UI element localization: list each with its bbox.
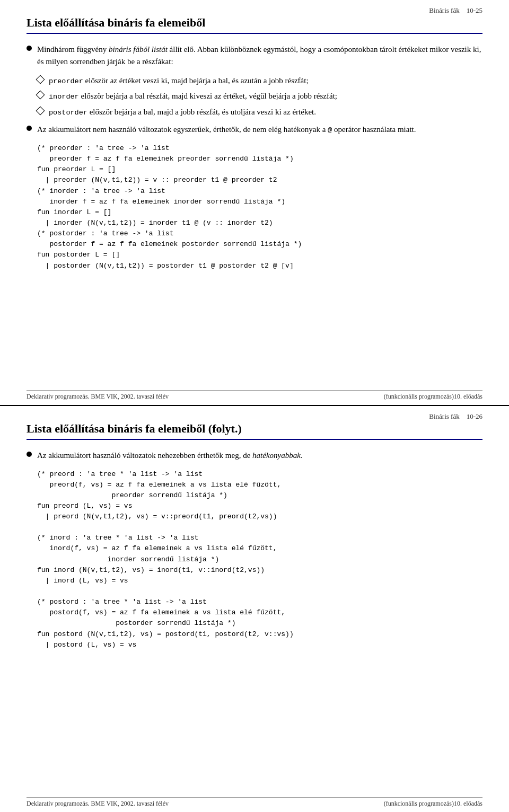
slide-1-header: Bináris fák 10-25 xyxy=(429,6,482,15)
main-bullet-1: Mindhárom függvény bináris fából listát … xyxy=(27,43,482,67)
slide-2-title: Lista előállítása bináris fa elemeiből (… xyxy=(27,422,482,440)
sub-bullet-postorder-text: postorder először bejárja a bal, majd a … xyxy=(49,106,482,118)
sub-bullet-inorder: inorder először bejárja a bal részfát, m… xyxy=(37,90,482,102)
slide-2: Bináris fák 10-26 Lista előállítása biná… xyxy=(0,406,509,812)
diamond-icon-1 xyxy=(36,75,45,84)
main-bullet-2-text: Az akkumulátort nem használó változatok … xyxy=(37,123,482,136)
bullet-icon-1 xyxy=(27,46,32,51)
slide-1-title: Lista előállítása bináris fa elemeiből xyxy=(27,16,482,34)
slide-2-footer-left: Deklaratív programozás. BME VIK, 2002. t… xyxy=(27,800,169,808)
slide-1-footer-left: Deklaratív programozás. BME VIK, 2002. t… xyxy=(27,393,169,401)
slide-2-intro-text: Az akkumulátort használó változatok nehe… xyxy=(37,449,482,462)
page: Bináris fák 10-25 Lista előállítása biná… xyxy=(0,0,509,812)
main-bullet-1-text: Mindhárom függvény bináris fából listát … xyxy=(37,43,482,67)
diamond-icon-2 xyxy=(36,91,45,100)
sub-bullet-preorder-text: preorder először az értéket veszi ki, ma… xyxy=(49,75,482,87)
slide-2-intro: Az akkumulátort használó változatok nehe… xyxy=(27,449,482,462)
slide-1-header-title: Bináris fák xyxy=(429,6,459,14)
bullet-icon-3 xyxy=(27,452,32,457)
diamond-icon-3 xyxy=(36,106,45,115)
slide-2-footer: Deklaratív programozás. BME VIK, 2002. t… xyxy=(27,797,482,808)
slide-1-header-page: 10-25 xyxy=(467,6,482,14)
sub-bullet-postorder: postorder először bejárja a bal, majd a … xyxy=(37,106,482,118)
main-bullet-2: Az akkumulátort nem használó változatok … xyxy=(27,123,482,136)
slide-2-code-block: (* preord : 'a tree * 'a list -> 'a list… xyxy=(37,469,482,650)
slide-1-code-block: (* preorder : 'a tree -> 'a list preorde… xyxy=(37,143,482,271)
slide-1-footer-right: (funkcionális programozás)10. előadás xyxy=(384,393,482,401)
slide-1: Bináris fák 10-25 Lista előállítása biná… xyxy=(0,0,509,406)
slide-2-footer-right: (funkcionális programozás)10. előadás xyxy=(384,800,482,808)
slide-2-header: Bináris fák 10-26 xyxy=(429,412,482,421)
sub-bullet-preorder: preorder először az értéket veszi ki, ma… xyxy=(37,75,482,87)
slide-2-header-page: 10-26 xyxy=(467,412,482,420)
sub-bullet-inorder-text: inorder először bejárja a bal részfát, m… xyxy=(49,90,482,102)
slide-2-header-title: Bináris fák xyxy=(429,412,459,420)
slide-1-footer: Deklaratív programozás. BME VIK, 2002. t… xyxy=(27,390,482,401)
bullet-icon-2 xyxy=(27,126,32,131)
sub-bullet-list: preorder először az értéket veszi ki, ma… xyxy=(37,75,482,118)
